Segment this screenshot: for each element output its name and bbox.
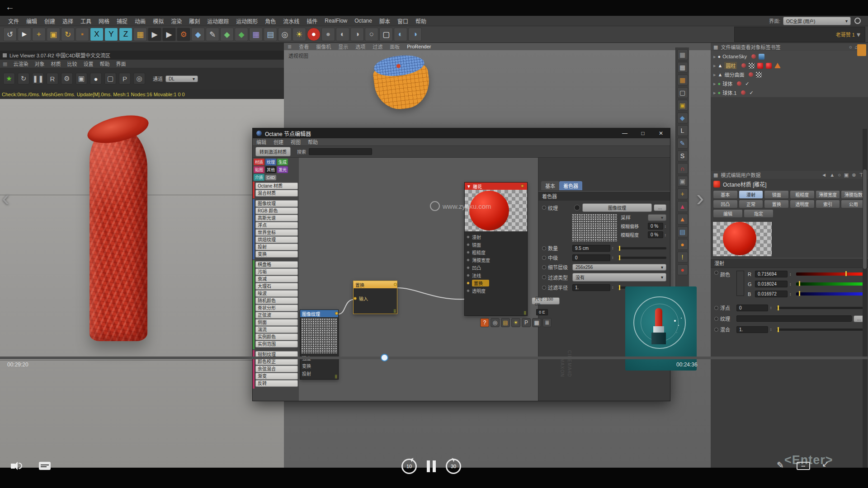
library-item[interactable]: 随机颜色: [255, 297, 298, 304]
shading-sphere-2-icon[interactable]: ◐: [336, 28, 349, 41]
z-axis-lock-icon[interactable]: Z: [119, 28, 132, 41]
filter-type-dropdown[interactable]: 没有▾: [572, 273, 666, 282]
material-tab-透明度[interactable]: 透明度: [790, 200, 815, 208]
volume-icon[interactable]: ▦: [249, 28, 263, 41]
node-port[interactable]: 置换: [465, 279, 527, 287]
object-manager-menu-item[interactable]: 对象: [750, 43, 760, 51]
checkerboard-icon[interactable]: ▩: [677, 62, 688, 73]
node-graph-canvas[interactable]: 图像纹理 强度变换投射 ⣿ 置换 输入: [299, 158, 538, 401]
node-port[interactable]: 凹凸: [465, 264, 527, 272]
spline-icon[interactable]: L: [677, 125, 688, 136]
object-tag-checker[interactable]: [749, 63, 755, 69]
help-icon[interactable]: ?: [480, 318, 489, 327]
library-item[interactable]: 实例颜色: [255, 333, 298, 340]
attributes-menu-item[interactable]: 模式: [721, 171, 731, 178]
expand-arrow-icon[interactable]: ▸: [713, 54, 716, 60]
video-progress-handle[interactable]: [381, 354, 388, 361]
library-item[interactable]: 污垢: [255, 268, 298, 275]
stepper-icon[interactable]: ↕: [770, 327, 772, 332]
viewport-tab-过滤[interactable]: 过滤: [369, 43, 386, 50]
input-port-dot[interactable]: [467, 243, 470, 246]
forward-30-button[interactable]: 30: [446, 459, 461, 474]
material-node-header[interactable]: ▼ 雕花: [465, 183, 527, 190]
coordinate-system-icon[interactable]: ▦: [133, 28, 147, 41]
live-viewer-menu-item[interactable]: 设置: [80, 60, 96, 68]
no-link-icon[interactable]: ⊗: [852, 172, 856, 178]
material-tab-基本[interactable]: 基本: [713, 190, 738, 199]
visibility-dots[interactable]: [751, 54, 756, 59]
shading-sphere-4-icon[interactable]: ○: [365, 28, 378, 41]
viewport-tab-选项[interactable]: 选项: [352, 43, 369, 50]
scrollbar-thumb[interactable]: [863, 169, 867, 269]
live-viewer-menu-item[interactable]: 云渲染: [10, 60, 31, 68]
library-item[interactable]: 湍流: [255, 326, 298, 333]
input-port-dot[interactable]: [467, 266, 470, 269]
pause-render-icon[interactable]: ❚❚: [32, 73, 44, 84]
animation-dot[interactable]: [542, 275, 546, 279]
channel-value-field[interactable]: 0.715694: [755, 271, 788, 277]
library-item[interactable]: 颜色校正: [255, 358, 298, 365]
prev-video-chevron[interactable]: ‹: [2, 184, 9, 211]
category-chip-纹理[interactable]: 纹理: [265, 159, 276, 165]
stepper-icon[interactable]: ↕: [789, 282, 792, 286]
rewind-10-button[interactable]: 10: [401, 459, 417, 474]
library-item[interactable]: 图像纹理: [255, 200, 298, 207]
live-viewer-menu-item[interactable]: 比较: [64, 60, 80, 68]
attributes-menu-item[interactable]: 用户数据: [741, 171, 760, 178]
search-icon[interactable]: ○: [849, 44, 852, 50]
menu-item[interactable]: 帮助: [412, 16, 430, 26]
visibility-dots[interactable]: [749, 72, 753, 77]
library-item[interactable]: 实例范围: [255, 341, 298, 347]
object-name[interactable]: 球体.1: [722, 89, 736, 96]
viewport-tab-查看[interactable]: 查看: [295, 43, 312, 50]
material-tab-指定[interactable]: 指定: [744, 209, 774, 218]
interface-dropdown[interactable]: OC全屏 (用户)▾: [783, 17, 851, 25]
menu-item[interactable]: 编辑: [23, 16, 41, 26]
hamburger-icon[interactable]: ≣: [288, 44, 292, 50]
library-item[interactable]: 衰减: [255, 276, 298, 282]
last-tool-icon[interactable]: ▪: [75, 28, 89, 41]
category-chip-介质[interactable]: 介质: [254, 174, 264, 181]
node-circle-icon[interactable]: [574, 205, 580, 211]
menu-item[interactable]: 雕刻: [185, 16, 203, 26]
animation-dot[interactable]: [714, 328, 718, 332]
uv-grid-icon[interactable]: ▦: [677, 75, 688, 85]
object-row[interactable]: ▸●OctaneSky: [711, 52, 868, 61]
live-viewer-menu-item[interactable]: 材质: [47, 60, 64, 68]
library-item[interactable]: 余弦混合: [255, 366, 298, 372]
render-view[interactable]: GTX 1080 TI|ET|[6.1] %78 60°C Out of cor…: [0, 99, 284, 468]
menu-item[interactable]: 角色: [261, 16, 279, 26]
record-button-icon[interactable]: ●: [307, 28, 321, 41]
animation-dot[interactable]: [714, 271, 718, 275]
animation-dot[interactable]: [714, 306, 718, 310]
category-chip-材质[interactable]: 材质: [254, 159, 264, 165]
image-texture-node-header[interactable]: 图像纹理: [300, 310, 338, 317]
live-viewer-menu-item[interactable]: 对象: [31, 60, 47, 68]
object-tag-red[interactable]: [766, 63, 772, 69]
restart-render-icon[interactable]: ↻: [18, 73, 29, 84]
display-mode-b-icon[interactable]: ◑: [408, 28, 422, 41]
blur-offset-field[interactable]: 0 %: [648, 223, 663, 230]
move-tool-icon[interactable]: +: [32, 28, 46, 41]
mid-field[interactable]: 0: [572, 254, 610, 261]
grid-icon[interactable]: ▤: [677, 226, 688, 237]
grid-icon[interactable]: ▦: [532, 318, 541, 327]
coord-extra-field[interactable]: 0 E: [536, 307, 548, 315]
display-mode-a-icon[interactable]: ◐: [394, 28, 407, 41]
slider-cursor[interactable]: [799, 291, 800, 296]
attr-tab-着色器[interactable]: 着色器: [559, 181, 582, 190]
back-icon[interactable]: ◄: [821, 172, 826, 178]
material-ball-icon[interactable]: ●: [90, 73, 102, 84]
hamburger-icon[interactable]: ▦: [0, 61, 10, 67]
mix-slider[interactable]: [777, 328, 865, 331]
blue-cube-icon[interactable]: ◆: [677, 113, 688, 123]
expand-arrow-icon[interactable]: ▸: [713, 63, 716, 69]
float-field[interactable]: 0: [736, 305, 768, 311]
minimize-button[interactable]: —: [616, 128, 634, 138]
input-port-dot[interactable]: [467, 289, 470, 292]
menu-item[interactable]: 工具: [77, 16, 95, 26]
attributes-menu-item[interactable]: 编辑: [731, 171, 741, 178]
menu-item[interactable]: RealFlow: [321, 17, 351, 25]
object-name[interactable]: OctaneSky: [722, 54, 747, 59]
subdivision-icon[interactable]: S: [677, 150, 688, 161]
